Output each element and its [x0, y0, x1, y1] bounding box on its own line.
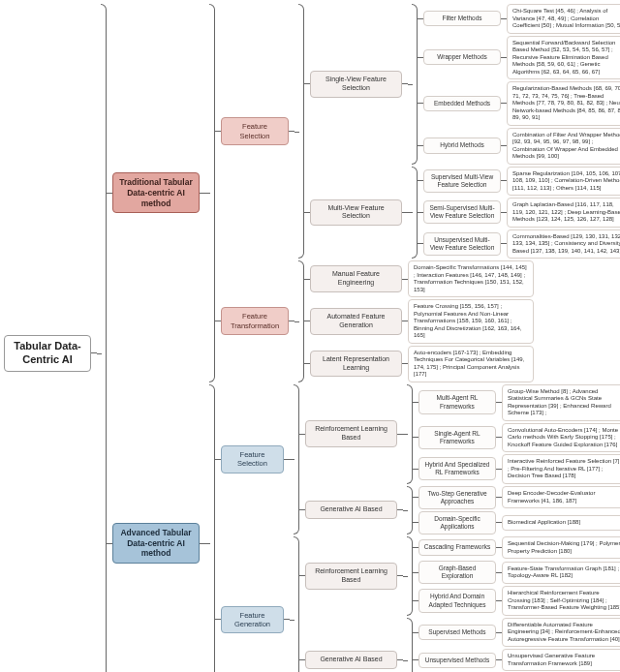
adv-feature-generation: Feature Generation [221, 606, 284, 634]
hybrid-methods: Hybrid Methods [423, 137, 501, 153]
sup-mv-leaf: Sparse Regularization [104, 105, 106, 10… [507, 167, 620, 197]
two-step-leaf: Deep Encoder-Decoder-Evaluator Framework… [502, 486, 620, 508]
sup-mv: Supervised Multi-View Feature Selection [423, 169, 501, 193]
filter-leaf: Chi-Square Test [45, 46] ; Analysis of V… [507, 4, 620, 34]
advanced-node: Advanced Tabular Data-centric AI method [112, 523, 200, 564]
embedded-methods: Embedded Methods [423, 96, 501, 111]
cascading: Cascading Frameworks [418, 539, 496, 555]
rl-based-fg: Reinforcement Learning Based [305, 563, 397, 590]
filter-methods: Filter Methods [423, 11, 501, 26]
gen-ai-fg: Generative AI Based [305, 651, 397, 669]
hybrid-domain-leaf: Hierarchical Reinforcement Feature Cross… [502, 586, 620, 616]
semi-mv: Semi-Supervised Multi-View Feature Selec… [423, 200, 501, 224]
hybrid-rl: Hybrid And Specialized RL Frameworks [418, 457, 496, 480]
wrapper-methods: Wrapper Methods [423, 49, 501, 65]
latent-rep-leaf: Auto-encoders [167-173] ; Embedding Tech… [408, 346, 534, 382]
latent-rep: Latent Representation Learning [310, 351, 402, 378]
unsup-methods-leaf: Unsupervised Generative Feature Transfor… [502, 649, 620, 671]
auto-fg: Automated Feature Generation [310, 308, 402, 335]
semi-mv-leaf: Graph Laplacian-Based [116, 117, 118, 11… [507, 198, 620, 228]
hybrid-leaf: Combination of Filter And Wrapper Method… [507, 128, 620, 165]
sup-methods: Supervised Methods [418, 625, 496, 640]
trad-feature-selection: Feature Selection [221, 117, 289, 145]
graph-expl-leaf: Feature-State Transformation Graph [181]… [502, 562, 620, 584]
rl-based-fs: Reinforcement Learning Based [305, 420, 397, 447]
unsup-methods: Unsupervised Methods [418, 653, 496, 668]
traditional-node: Traditional Tabular Data-centric AI meth… [112, 172, 200, 213]
gen-ai-fs: Generative AI Based [305, 501, 397, 519]
multi-agent-rl: Multi-Agent RL Frameworks [418, 390, 496, 413]
wrapper-leaf: Sequential Forward/Backward Selection Ba… [507, 36, 620, 80]
auto-fg-leaf: Feature Crossing [155, 156, 157] ; Polyn… [408, 299, 534, 344]
single-agent-leaf: Convolutional Auto-Encoders [174] ; Mont… [502, 423, 620, 453]
embedded-leaf: Regularization-Based Methods [68, 69, 70… [507, 81, 620, 126]
single-agent-rl: Single-Agent RL Frameworks [418, 426, 496, 449]
manual-fe: Manual Feature Engineering [310, 265, 402, 292]
hybrid-domain: Hybrid And Domain Adapted Techniques [418, 589, 496, 612]
unsup-mv-leaf: Commonalities-Based [129, 130, 131, 132,… [507, 229, 620, 260]
domain-spec-leaf: Biomedical Application [188] [502, 515, 620, 531]
root-node: Tabular Data-Centric AI [4, 335, 91, 372]
mindmap-root: Tabular Data-Centric AI Traditional Tabu… [4, 4, 616, 672]
two-step-gen: Two-Step Generative Approaches [418, 486, 496, 509]
adv-feature-selection: Feature Selection [221, 445, 284, 473]
multi-view-fs: Multi-View Feature Selection [310, 199, 402, 227]
trad-feature-transform: Feature Transformation [221, 307, 289, 335]
cascading-leaf: Sequential Decision-Making [179] ; Polym… [502, 536, 620, 559]
hybrid-rl-leaf: Interactive Reinforced Feature Selection… [502, 454, 620, 484]
manual-fe-leaf: Domain-Specific Transformations [144, 14… [408, 260, 534, 297]
graph-expl: Graph-Based Exploration [418, 561, 496, 584]
unsup-mv: Unsupervised Multi-View Feature Selectio… [423, 232, 501, 256]
multi-agent-leaf: Group-Wise Method [8] ; Advanced Statist… [502, 384, 620, 421]
single-view-fs: Single-View Feature Selection [310, 71, 402, 98]
sup-methods-leaf: Differentiable Automated Feature Enginee… [502, 618, 620, 648]
domain-spec: Domain-Specific Applications [418, 511, 496, 535]
